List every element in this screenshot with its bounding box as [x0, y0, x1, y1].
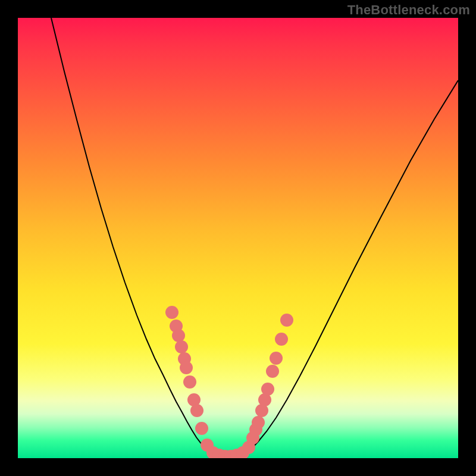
data-marker	[190, 404, 203, 417]
data-marker	[183, 375, 196, 389]
chart-frame: TheBottleneck.com	[0, 0, 476, 476]
data-marker	[252, 416, 265, 429]
attribution-watermark: TheBottleneck.com	[347, 2, 470, 18]
data-marker	[172, 329, 185, 342]
data-marker	[280, 314, 293, 327]
curve-right	[244, 80, 458, 455]
chart-svg	[18, 18, 458, 458]
markers-group	[165, 306, 293, 458]
data-marker	[175, 340, 188, 353]
data-marker	[261, 383, 274, 396]
data-marker	[195, 422, 208, 435]
plot-area	[18, 18, 458, 458]
data-marker	[180, 361, 193, 374]
data-marker	[266, 365, 279, 378]
data-marker	[165, 306, 178, 319]
data-marker	[275, 333, 288, 346]
curve-left	[51, 18, 214, 455]
data-marker	[270, 352, 283, 365]
